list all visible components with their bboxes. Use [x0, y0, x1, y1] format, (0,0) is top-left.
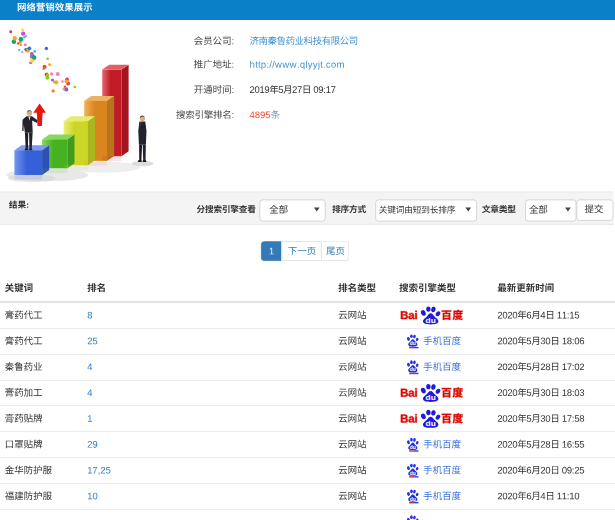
svg-text:du: du	[426, 419, 436, 428]
svg-text:du: du	[410, 470, 416, 476]
svg-text:du: du	[410, 444, 416, 450]
svg-text:du: du	[410, 366, 416, 372]
svg-text:du: du	[426, 316, 436, 325]
svg-text:du: du	[426, 393, 436, 402]
svg-text:du: du	[410, 340, 416, 346]
svg-text:du: du	[410, 495, 416, 501]
